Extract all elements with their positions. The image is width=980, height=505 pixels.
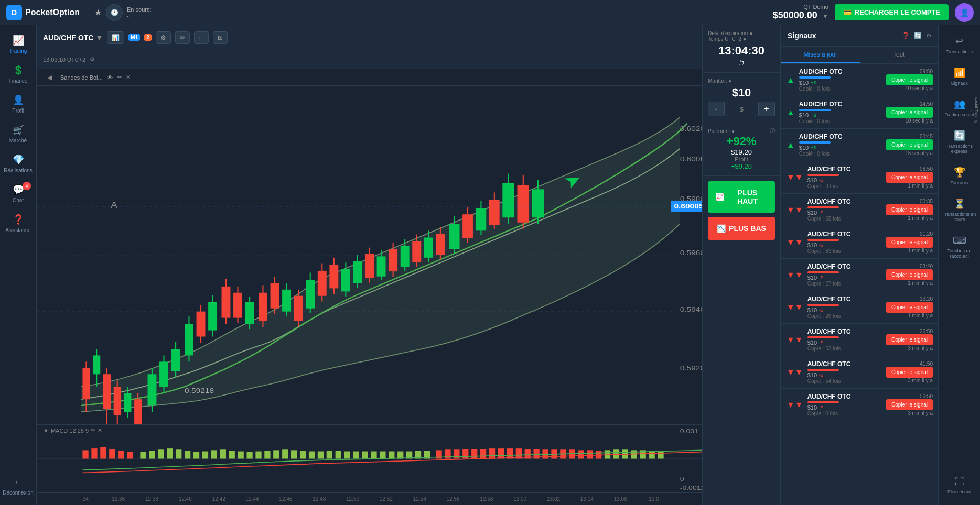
sidebar-item-finance[interactable]: 💲 Finance [0,59,36,89]
svg-rect-139 [454,449,459,458]
expiry-time-value: 13:04:30 [708,44,775,58]
far-sidebar-item-transactions-express[interactable]: 🔄 Transactions express [939,124,980,160]
clock-icon: 🕐 [111,9,119,16]
svg-text:0.60089: 0.60089 [680,155,702,163]
more-button[interactable]: ··· [194,31,209,44]
en-cours-section: En cours: - [127,6,151,19]
indicator-collapse-button[interactable]: ◀ [43,72,56,83]
amount-increase-button[interactable]: + [758,102,775,116]
clock-button[interactable]: 🕐 [106,4,123,21]
svg-text:0.60200: 0.60200 [680,125,702,133]
signal-meta: 00:35 Copier le signal 1 min il y a [886,199,933,221]
svg-rect-118 [264,451,270,458]
x-tick: 12:48 [303,496,336,502]
signal-meta: 08:50 Copier le signal 1 min il y a [886,166,933,189]
grid-button[interactable]: ⊞ [213,31,228,44]
copy-signal-button[interactable]: Copier le signal [886,172,933,183]
signal-amount-row: $10 +$ [799,80,882,86]
signal-time-ago: 1 min il y a [886,215,933,221]
right-trading-panel: Délai d'expiration ● Temps UTC+2 ● 13:04… [702,25,781,505]
recharge-button[interactable]: 💳 RECHARGER LE COMPTE [835,4,949,20]
transactions-express-icon: 🔄 [954,130,965,141]
far-sidebar-item-raccourcis[interactable]: ⌨ Touches de raccourci [939,228,980,265]
sidebar-item-realisations[interactable]: 💎 Réalisations [0,149,36,179]
macd-close-icon[interactable]: ✕ [98,427,102,434]
signal-direction-icon: ▼▼ [787,173,803,182]
svg-rect-122 [300,451,306,458]
payout-label: Paiement ● ⓘ [708,127,775,135]
tab-all[interactable]: Tout [860,47,939,63]
favorite-icon[interactable]: ★ [94,7,102,17]
copy-signal-button[interactable]: Copier le signal [886,399,933,410]
signals-refresh-icon[interactable]: 🔄 [914,32,922,39]
tab-updates[interactable]: Mises à jour [781,47,860,63]
logout-item[interactable]: ← Déconnexion [3,471,33,501]
arrow-up-icon: 📈 [715,193,724,201]
copy-signal-button[interactable]: Copier le signal [886,139,933,150]
macd-edit-icon[interactable]: ✏ [91,427,95,434]
chart-area: AUD/CHF OTC ▼ 📊 M1 2 ⚙ ✏ ··· ⊞ 13:03:10 [37,25,702,505]
svg-rect-111 [202,452,208,459]
signal-bar [807,336,839,338]
signal-pair: AUD/CHF OTC [799,133,882,140]
far-sidebar-item-transactions-cours[interactable]: ⏳ Transactions en cours [939,192,980,228]
indicators-button[interactable]: ⚙ [156,31,171,44]
svg-rect-113 [220,449,226,458]
avatar[interactable]: 👤 [955,3,974,22]
edit-indicator-icon[interactable]: ✏ [117,74,122,81]
far-sidebar-item-plein-ecran[interactable]: ⛶ Plein écran [939,470,980,501]
copy-signal-button[interactable]: Copier le signal [886,334,933,345]
sidebar-item-trading[interactable]: 📈 Trading [0,29,36,59]
draw-button[interactable]: ✏ [175,31,190,44]
close-indicator-icon[interactable]: ✕ [126,74,131,81]
signal-amount: $10 [799,80,809,86]
amount-decrease-button[interactable]: - [708,102,725,116]
signals-settings-icon[interactable]: ⚙ [926,32,932,39]
chart-type-button[interactable]: 📊 [107,31,124,44]
copy-signal-button[interactable]: Copier le signal [886,107,933,118]
en-cours-value: - [127,13,151,19]
finance-icon: 💲 [13,64,24,76]
settings-icon-small[interactable]: ⚙ [90,56,95,63]
sidebar-label-realisations: Réalisations [4,168,32,173]
copy-signal-button[interactable]: Copier le signal [886,367,933,378]
sidebar-item-assistance[interactable]: ❓ Assistance [0,208,36,238]
far-sidebar-item-tournois[interactable]: 🏆 Tournois [939,160,980,192]
svg-rect-131 [380,452,385,459]
signal-direction-icon: ▼▼ [787,270,803,280]
signal-info: AUD/CHF OTC $10 -$ Copié : 53 fois [807,328,882,352]
macd-collapse-icon[interactable]: ▼ [43,427,49,434]
copy-signal-button[interactable]: Copier le signal [886,204,933,215]
copy-signal-button[interactable]: Copier le signal [886,302,933,313]
sidebar-item-chat[interactable]: 4 💬 Chat [0,179,36,208]
sidebar-item-profil[interactable]: 👤 Profil [0,89,36,119]
indicator-label: Bandes de Bol... [60,74,103,81]
copy-signal-button[interactable]: Copier le signal [886,237,933,248]
copy-signal-button[interactable]: Copier le signal [886,269,933,280]
svg-rect-130 [371,452,376,459]
svg-rect-117 [255,452,261,459]
buy-down-button[interactable]: 📉 PLUS BAS [708,217,775,240]
signal-item: ▼▼ AUD/CHF OTC $10 -$ Copié : 83 fois 01… [781,226,938,259]
chevron-down-icon[interactable]: ▼ [822,13,828,20]
minus-label: -$ [819,405,823,410]
chevron-down-icon: ▼ [95,34,103,42]
pair-selector[interactable]: AUD/CHF OTC ▼ [43,34,103,42]
assistance-icon: ❓ [13,214,24,225]
indicator-bar: ◀ Bandes de Bol... 👁 ✏ ✕ [37,69,702,86]
eye-icon[interactable]: 👁 [107,74,113,81]
svg-text:0.59218: 0.59218 [185,387,214,394]
far-sidebar-item-transactions[interactable]: ↩ Transactions [939,29,980,61]
far-sidebar-item-signaux[interactable]: 📶 Signaux [939,61,980,92]
svg-rect-144 [498,448,504,458]
signals-header: Signaux ❓ 🔄 ⚙ [781,25,938,47]
amount-value: $10 [708,86,775,100]
far-sidebar-item-trading-social[interactable]: 👥 Trading social social Trading - [939,92,980,124]
plus-label: +$ [811,113,816,118]
signals-help-icon[interactable]: ❓ [902,32,910,39]
utc-label: Temps UTC+2 ● [708,36,746,42]
copy-signal-button[interactable]: Copier le signal [886,74,933,85]
svg-text:0.59200: 0.59200 [680,364,702,372]
buy-up-button[interactable]: 📈 PLUS HAUT [708,181,775,213]
sidebar-item-marche[interactable]: 🛒 Marché [0,119,36,149]
